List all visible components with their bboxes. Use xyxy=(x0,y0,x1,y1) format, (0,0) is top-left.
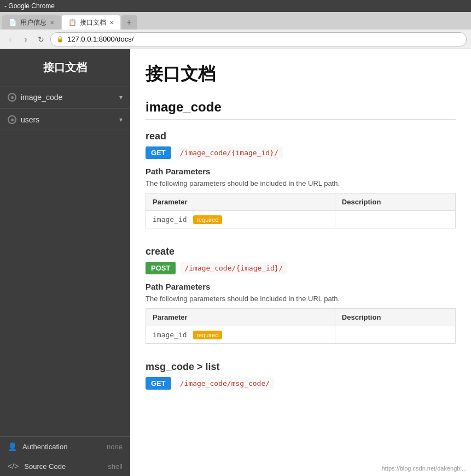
col-header-parameter: Parameter xyxy=(146,193,335,211)
browser-toolbar: ‹ › ↻ 🔒 127.0.0.1:8000/docs/ xyxy=(0,30,471,49)
endpoint-msg-code-url-row: GET /image_code/msg_code/ xyxy=(146,377,456,390)
tab-close-icon[interactable]: ✕ xyxy=(50,20,54,26)
table-row: image_id required xyxy=(146,211,456,228)
new-tab-button[interactable]: + xyxy=(121,15,137,30)
endpoint-msg-code-name: msg_code > list xyxy=(146,361,456,373)
tab-icon: 📄 xyxy=(9,19,17,26)
user-icon: 👤 xyxy=(8,442,17,451)
sidebar-item-icon xyxy=(8,115,16,124)
param-desc-cell xyxy=(335,211,455,228)
col-header-description: Description xyxy=(335,309,455,326)
endpoint-read: read GET /image_code/{image_id}/ Path Pa… xyxy=(146,131,456,228)
sidebar-item-icon xyxy=(8,93,16,102)
refresh-button[interactable]: ↻ xyxy=(35,33,47,45)
params-title-read: Path Parameters xyxy=(146,167,456,176)
sidebar-title: 接口文档 xyxy=(0,49,130,86)
titlebar-text: - Google Chrome xyxy=(4,2,55,10)
address-text: 127.0.0.1:8000/docs/ xyxy=(67,35,133,43)
sidebar-auth-item[interactable]: 👤 Authentication none xyxy=(0,437,130,456)
endpoint-read-name: read xyxy=(146,131,456,142)
method-badge-get: GET xyxy=(146,377,171,390)
source-value: shell xyxy=(108,462,123,471)
tab-label: 接口文档 xyxy=(80,18,106,27)
table-row: image_id required xyxy=(146,326,456,344)
param-desc-cell xyxy=(335,326,455,344)
param-name: image_id xyxy=(153,215,187,224)
app-layout: 接口文档 image_code ▾ users ▾ 👤 Authenticati… xyxy=(0,49,471,476)
back-button[interactable]: ‹ xyxy=(4,33,16,45)
endpoint-create-url-row: POST /image_code/{image_id}/ xyxy=(146,262,456,274)
endpoint-read-url-row: GET /image_code/{image_id}/ xyxy=(146,146,456,159)
source-label: Source Code xyxy=(24,462,102,471)
param-cell: image_id required xyxy=(146,326,335,344)
chevron-down-icon: ▾ xyxy=(119,116,123,124)
endpoint-msg-code-list: msg_code > list GET /image_code/msg_code… xyxy=(146,361,456,390)
sidebar: 接口文档 image_code ▾ users ▾ 👤 Authenticati… xyxy=(0,49,130,476)
main-content: 接口文档 image_code read GET /image_code/{im… xyxy=(130,49,471,476)
section-divider xyxy=(146,119,456,120)
tab-close-icon[interactable]: ✕ xyxy=(109,20,114,26)
page-title: 接口文档 xyxy=(146,62,456,86)
browser-titlebar: - Google Chrome xyxy=(0,0,471,12)
forward-button[interactable]: › xyxy=(20,33,32,45)
auth-value: none xyxy=(107,443,123,451)
sidebar-item-users[interactable]: users ▾ xyxy=(0,109,130,131)
sidebar-source-item[interactable]: </> Source Code shell xyxy=(0,456,130,476)
sidebar-item-image-code[interactable]: image_code ▾ xyxy=(0,86,130,109)
endpoint-msg-code-url: /image_code/msg_code/ xyxy=(176,377,274,390)
params-desc-read: The following parameters should be inclu… xyxy=(146,179,456,187)
method-badge-post: POST xyxy=(146,262,176,274)
sidebar-nav: image_code ▾ users ▾ xyxy=(0,86,130,436)
required-badge: required xyxy=(193,215,222,224)
tab-api-docs[interactable]: 📋 接口文档 ✕ xyxy=(62,15,120,30)
endpoint-create-name: create xyxy=(146,246,456,257)
params-desc-create: The following parameters should be inclu… xyxy=(146,295,456,303)
endpoint-create-url: /image_code/{image_id}/ xyxy=(180,262,287,274)
params-title-create: Path Parameters xyxy=(146,282,456,291)
params-table-read: Parameter Description image_id required xyxy=(146,193,456,228)
method-badge-get: GET xyxy=(146,146,171,159)
tab-label: 用户信息 xyxy=(20,18,46,27)
browser-tabs: 📄 用户信息 ✕ 📋 接口文档 ✕ + xyxy=(0,12,471,30)
auth-label: Authentication xyxy=(22,443,101,451)
required-badge: required xyxy=(193,331,222,339)
chevron-down-icon: ▾ xyxy=(119,93,123,101)
lock-icon: 🔒 xyxy=(56,36,64,43)
sidebar-item-label-image-code: image_code xyxy=(21,93,115,102)
endpoint-read-url: /image_code/{image_id}/ xyxy=(176,146,283,159)
address-bar[interactable]: 🔒 127.0.0.1:8000/docs/ xyxy=(50,32,467,46)
param-name: image_id xyxy=(153,331,187,339)
col-header-parameter: Parameter xyxy=(146,309,335,326)
endpoint-create: create POST /image_code/{image_id}/ Path… xyxy=(146,246,456,344)
sidebar-item-label-users: users xyxy=(21,115,115,124)
tab-user-info[interactable]: 📄 用户信息 ✕ xyxy=(2,15,61,30)
code-icon: </> xyxy=(8,462,19,471)
section-title: image_code xyxy=(146,99,456,115)
param-cell: image_id required xyxy=(146,211,335,228)
sidebar-footer: 👤 Authentication none </> Source Code sh… xyxy=(0,436,130,476)
params-table-create: Parameter Description image_id required xyxy=(146,308,456,344)
tab-icon: 📋 xyxy=(68,19,77,26)
col-header-description: Description xyxy=(335,193,455,211)
